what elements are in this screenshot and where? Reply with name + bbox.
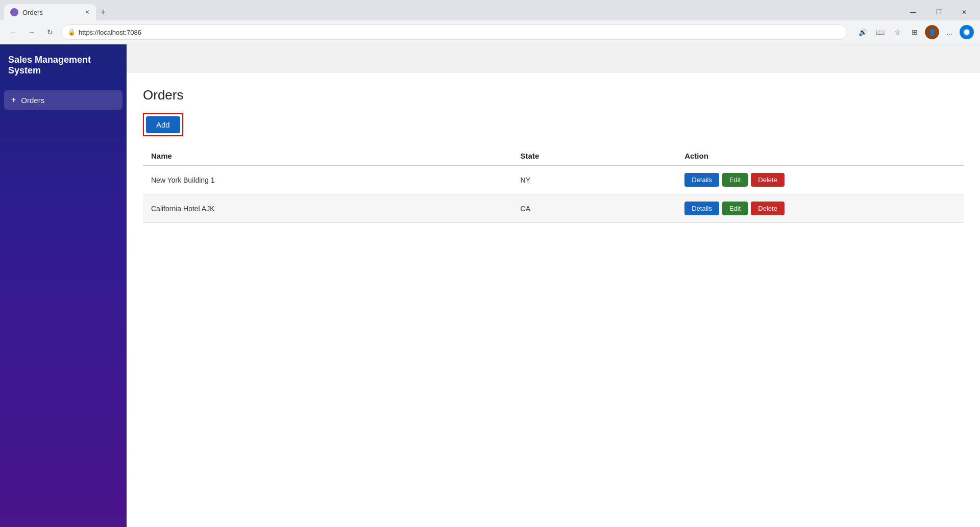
add-button-wrapper: Add (143, 113, 183, 136)
content-inner: Orders Add Name State Action New (127, 73, 980, 237)
forward-button[interactable]: → (24, 25, 39, 39)
sidebar-brand: Sales Management System (0, 44, 127, 86)
immersive-reader-button[interactable]: 📖 (873, 25, 887, 39)
new-tab-button[interactable]: + (96, 5, 110, 19)
active-tab[interactable]: Orders ✕ (4, 4, 96, 20)
details-button-2[interactable]: Details (684, 202, 719, 215)
minimize-button[interactable]: — (901, 4, 925, 20)
table-row: California Hotel AJK CA Details Edit Del… (143, 194, 964, 223)
row-state: NY (512, 166, 677, 194)
right-panel: About Orders Add Name State Action (127, 44, 980, 527)
avatar: 👤 (925, 25, 939, 39)
app-container: Sales Management System + Orders About O… (0, 44, 980, 527)
page-title: Orders (143, 87, 964, 103)
refresh-button[interactable]: ↻ (43, 25, 57, 39)
url-text: https://localhost:7086 (79, 29, 141, 36)
row-actions: Details Edit Delete (676, 166, 964, 194)
close-button[interactable]: ✕ (952, 4, 976, 20)
sidebar: Sales Management System + Orders (0, 44, 127, 527)
table-header: Name State Action (143, 146, 964, 166)
back-button[interactable]: ← (6, 25, 20, 39)
favorites-button[interactable]: ☆ (890, 25, 904, 39)
column-state: State (512, 146, 677, 166)
profile-button[interactable]: 👤 (925, 25, 939, 39)
action-buttons: Details Edit Delete (684, 202, 955, 215)
action-buttons: Details Edit Delete (684, 173, 955, 187)
table-header-row: Name State Action (143, 146, 964, 166)
more-menu-button[interactable]: ... (942, 25, 957, 39)
plus-icon: + (11, 95, 16, 105)
browser-chrome: Orders ✕ + — ❐ ✕ ← → ↻ 🔒 https://localho… (0, 0, 980, 44)
table-body: New York Building 1 NY Details Edit Dele… (143, 166, 964, 223)
sidebar-item-label: Orders (21, 96, 44, 105)
row-name: New York Building 1 (143, 166, 512, 194)
main-content: Orders Add Name State Action New (127, 73, 980, 527)
add-button[interactable]: Add (146, 116, 180, 133)
collections-button[interactable]: ⊞ (908, 25, 922, 39)
edit-button-2[interactable]: Edit (722, 202, 748, 215)
read-aloud-button[interactable]: 🔊 (855, 25, 870, 39)
restore-button[interactable]: ❐ (927, 4, 950, 20)
sidebar-nav: + Orders (0, 86, 127, 114)
details-button-1[interactable]: Details (684, 173, 719, 187)
tab-title: Orders (22, 9, 43, 16)
edge-button[interactable] (960, 25, 974, 39)
address-bar-row: ← → ↻ 🔒 https://localhost:7086 🔊 📖 ☆ ⊞ 👤… (0, 20, 980, 44)
column-action: Action (676, 146, 964, 166)
tab-bar: Orders ✕ + — ❐ ✕ (0, 0, 980, 20)
sidebar-item-orders[interactable]: + Orders (4, 90, 122, 110)
browser-actions: 🔊 📖 ☆ ⊞ 👤 ... (855, 25, 974, 39)
edit-button-1[interactable]: Edit (722, 173, 748, 187)
tab-favicon (10, 8, 18, 16)
lock-icon: 🔒 (68, 29, 76, 36)
address-bar[interactable]: 🔒 https://localhost:7086 (61, 24, 847, 40)
table-row: New York Building 1 NY Details Edit Dele… (143, 166, 964, 194)
window-controls: — ❐ ✕ (901, 4, 976, 20)
tab-close-button[interactable]: ✕ (85, 9, 90, 16)
delete-button-2[interactable]: Delete (751, 202, 785, 215)
row-actions: Details Edit Delete (676, 194, 964, 223)
delete-button-1[interactable]: Delete (751, 173, 785, 187)
orders-table: Name State Action New York Building 1 NY… (143, 146, 964, 223)
row-name: California Hotel AJK (143, 194, 512, 223)
row-state: CA (512, 194, 677, 223)
column-name: Name (143, 146, 512, 166)
